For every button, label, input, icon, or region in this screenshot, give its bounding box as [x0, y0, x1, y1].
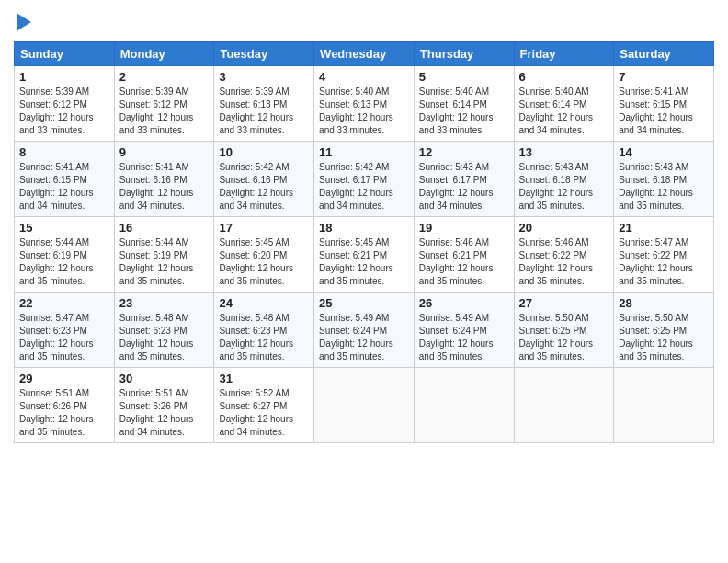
day-info: Sunrise: 5:48 AMSunset: 6:23 PMDaylight:… — [219, 312, 309, 363]
day-info: Sunrise: 5:45 AMSunset: 6:20 PMDaylight:… — [219, 236, 309, 288]
day-info: Sunrise: 5:41 AMSunset: 6:16 PMDaylight:… — [119, 161, 210, 213]
calendar-cell: 15Sunrise: 5:44 AMSunset: 6:19 PMDayligh… — [15, 217, 115, 293]
day-info: Sunrise: 5:47 AMSunset: 6:23 PMDaylight:… — [19, 312, 109, 363]
calendar-cell: 23Sunrise: 5:48 AMSunset: 6:23 PMDayligh… — [114, 293, 214, 368]
day-info: Sunrise: 5:52 AMSunset: 6:27 PMDaylight:… — [219, 387, 309, 439]
calendar-header-friday: Friday — [514, 42, 614, 66]
day-info: Sunrise: 5:40 AMSunset: 6:13 PMDaylight:… — [319, 86, 409, 137]
calendar-week-row: 8Sunrise: 5:41 AMSunset: 6:15 PMDaylight… — [15, 142, 714, 217]
day-number: 26 — [419, 296, 509, 310]
day-info: Sunrise: 5:50 AMSunset: 6:25 PMDaylight:… — [619, 312, 709, 363]
day-number: 10 — [219, 145, 309, 159]
day-info: Sunrise: 5:41 AMSunset: 6:15 PMDaylight:… — [619, 86, 709, 137]
calendar-cell: 11Sunrise: 5:42 AMSunset: 6:17 PMDayligh… — [314, 142, 415, 217]
calendar-cell: 5Sunrise: 5:40 AMSunset: 6:14 PMDaylight… — [414, 66, 514, 142]
page: SundayMondayTuesdayWednesdayThursdayFrid… — [0, 0, 728, 563]
calendar-cell: 27Sunrise: 5:50 AMSunset: 6:25 PMDayligh… — [514, 293, 614, 368]
day-info: Sunrise: 5:46 AMSunset: 6:21 PMDaylight:… — [419, 236, 509, 288]
day-number: 13 — [519, 145, 609, 159]
day-number: 27 — [519, 296, 609, 310]
day-info: Sunrise: 5:46 AMSunset: 6:22 PMDaylight:… — [519, 236, 609, 288]
header — [14, 9, 714, 34]
day-info: Sunrise: 5:45 AMSunset: 6:21 PMDaylight:… — [319, 236, 409, 288]
calendar-cell: 12Sunrise: 5:43 AMSunset: 6:17 PMDayligh… — [414, 142, 514, 217]
day-info: Sunrise: 5:43 AMSunset: 6:18 PMDaylight:… — [619, 161, 709, 213]
day-info: Sunrise: 5:42 AMSunset: 6:16 PMDaylight:… — [219, 161, 309, 213]
calendar-cell: 24Sunrise: 5:48 AMSunset: 6:23 PMDayligh… — [214, 293, 314, 368]
day-number: 21 — [619, 221, 709, 235]
calendar-week-row: 15Sunrise: 5:44 AMSunset: 6:19 PMDayligh… — [15, 217, 714, 293]
day-number: 28 — [619, 296, 709, 310]
calendar-cell: 25Sunrise: 5:49 AMSunset: 6:24 PMDayligh… — [314, 293, 415, 368]
day-info: Sunrise: 5:39 AMSunset: 6:13 PMDaylight:… — [219, 86, 309, 137]
calendar-cell: 10Sunrise: 5:42 AMSunset: 6:16 PMDayligh… — [214, 142, 314, 217]
day-number: 23 — [119, 296, 210, 310]
calendar-cell: 31Sunrise: 5:52 AMSunset: 6:27 PMDayligh… — [214, 368, 314, 443]
calendar-cell: 2Sunrise: 5:39 AMSunset: 6:12 PMDaylight… — [114, 66, 214, 142]
day-number: 19 — [419, 221, 509, 235]
day-number: 12 — [419, 145, 509, 159]
day-info: Sunrise: 5:47 AMSunset: 6:22 PMDaylight:… — [619, 236, 709, 288]
day-info: Sunrise: 5:48 AMSunset: 6:23 PMDaylight:… — [119, 312, 210, 363]
calendar-table: SundayMondayTuesdayWednesdayThursdayFrid… — [14, 41, 714, 443]
day-number: 29 — [19, 372, 109, 385]
day-number: 25 — [319, 296, 409, 310]
day-number: 3 — [219, 70, 309, 84]
day-info: Sunrise: 5:41 AMSunset: 6:15 PMDaylight:… — [19, 161, 109, 213]
day-info: Sunrise: 5:49 AMSunset: 6:24 PMDaylight:… — [319, 312, 409, 363]
day-number: 30 — [119, 372, 210, 385]
calendar-week-row: 1Sunrise: 5:39 AMSunset: 6:12 PMDaylight… — [15, 66, 714, 142]
day-info: Sunrise: 5:42 AMSunset: 6:17 PMDaylight:… — [319, 161, 409, 213]
day-info: Sunrise: 5:51 AMSunset: 6:26 PMDaylight:… — [119, 387, 210, 439]
calendar-cell: 6Sunrise: 5:40 AMSunset: 6:14 PMDaylight… — [514, 66, 614, 142]
calendar-week-row: 22Sunrise: 5:47 AMSunset: 6:23 PMDayligh… — [15, 293, 714, 368]
calendar-cell — [614, 368, 714, 443]
day-number: 15 — [19, 221, 109, 235]
day-info: Sunrise: 5:44 AMSunset: 6:19 PMDaylight:… — [19, 236, 109, 288]
calendar-cell — [314, 368, 415, 443]
day-info: Sunrise: 5:44 AMSunset: 6:19 PMDaylight:… — [119, 236, 210, 288]
day-info: Sunrise: 5:43 AMSunset: 6:18 PMDaylight:… — [519, 161, 609, 213]
calendar-week-row: 29Sunrise: 5:51 AMSunset: 6:26 PMDayligh… — [15, 368, 714, 443]
calendar-cell: 21Sunrise: 5:47 AMSunset: 6:22 PMDayligh… — [614, 217, 714, 293]
logo — [14, 13, 31, 34]
calendar-cell: 26Sunrise: 5:49 AMSunset: 6:24 PMDayligh… — [414, 293, 514, 368]
calendar-cell: 17Sunrise: 5:45 AMSunset: 6:20 PMDayligh… — [214, 217, 314, 293]
day-info: Sunrise: 5:39 AMSunset: 6:12 PMDaylight:… — [19, 86, 109, 137]
day-number: 16 — [119, 221, 210, 235]
calendar-cell: 9Sunrise: 5:41 AMSunset: 6:16 PMDaylight… — [114, 142, 214, 217]
calendar-header-row: SundayMondayTuesdayWednesdayThursdayFrid… — [15, 42, 714, 66]
day-number: 20 — [519, 221, 609, 235]
calendar-header-thursday: Thursday — [414, 42, 514, 66]
day-number: 31 — [219, 372, 309, 385]
calendar-header-sunday: Sunday — [15, 42, 115, 66]
calendar-cell: 22Sunrise: 5:47 AMSunset: 6:23 PMDayligh… — [15, 293, 115, 368]
calendar-cell: 1Sunrise: 5:39 AMSunset: 6:12 PMDaylight… — [15, 66, 115, 142]
day-info: Sunrise: 5:49 AMSunset: 6:24 PMDaylight:… — [419, 312, 509, 363]
calendar-cell: 28Sunrise: 5:50 AMSunset: 6:25 PMDayligh… — [614, 293, 714, 368]
calendar-cell: 18Sunrise: 5:45 AMSunset: 6:21 PMDayligh… — [314, 217, 415, 293]
day-number: 5 — [419, 70, 509, 84]
day-number: 22 — [19, 296, 109, 310]
day-info: Sunrise: 5:40 AMSunset: 6:14 PMDaylight:… — [519, 86, 609, 137]
day-number: 17 — [219, 221, 309, 235]
day-info: Sunrise: 5:43 AMSunset: 6:17 PMDaylight:… — [419, 161, 509, 213]
calendar-header-wednesday: Wednesday — [314, 42, 415, 66]
day-info: Sunrise: 5:40 AMSunset: 6:14 PMDaylight:… — [419, 86, 509, 137]
day-number: 24 — [219, 296, 309, 310]
day-number: 18 — [319, 221, 409, 235]
calendar-cell: 29Sunrise: 5:51 AMSunset: 6:26 PMDayligh… — [15, 368, 115, 443]
calendar-cell: 8Sunrise: 5:41 AMSunset: 6:15 PMDaylight… — [15, 142, 115, 217]
day-info: Sunrise: 5:50 AMSunset: 6:25 PMDaylight:… — [519, 312, 609, 363]
calendar-header-saturday: Saturday — [614, 42, 714, 66]
calendar-cell: 19Sunrise: 5:46 AMSunset: 6:21 PMDayligh… — [414, 217, 514, 293]
day-number: 11 — [319, 145, 409, 159]
calendar-header-tuesday: Tuesday — [214, 42, 314, 66]
calendar-cell: 7Sunrise: 5:41 AMSunset: 6:15 PMDaylight… — [614, 66, 714, 142]
day-info: Sunrise: 5:39 AMSunset: 6:12 PMDaylight:… — [119, 86, 210, 137]
day-info: Sunrise: 5:51 AMSunset: 6:26 PMDaylight:… — [19, 387, 109, 439]
day-number: 4 — [319, 70, 409, 84]
day-number: 2 — [119, 70, 210, 84]
calendar-cell — [414, 368, 514, 443]
calendar-cell: 3Sunrise: 5:39 AMSunset: 6:13 PMDaylight… — [214, 66, 314, 142]
